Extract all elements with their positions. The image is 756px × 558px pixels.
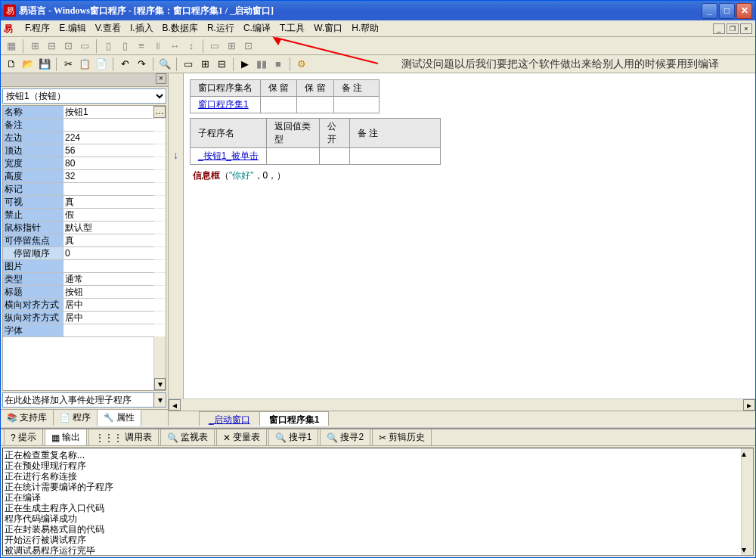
bottom-tab[interactable]: ✕变量表	[216, 429, 267, 446]
menu-insert[interactable]: I.插入	[125, 20, 158, 36]
redo-icon[interactable]: ↷	[134, 57, 149, 72]
maximize-button[interactable]: □	[719, 3, 735, 19]
property-row[interactable]: 可视真	[3, 196, 166, 209]
property-value[interactable]: 真	[64, 234, 166, 246]
paste-icon[interactable]: 📄	[94, 57, 109, 72]
ellipsis-button[interactable]: …	[153, 106, 166, 118]
property-value[interactable]: 80	[64, 157, 166, 169]
property-row[interactable]: 名称按钮1…	[3, 106, 166, 119]
property-row[interactable]: 可停留焦点真	[3, 234, 166, 247]
minimize-button[interactable]: _	[702, 3, 717, 19]
property-row[interactable]: 标记	[3, 183, 166, 196]
code-line[interactable]: 信息框（"你好"，0，）	[190, 169, 749, 182]
bottom-tab[interactable]: ✂剪辑历史	[372, 429, 432, 446]
run-icon[interactable]: ▶	[237, 57, 253, 72]
form-icon[interactable]: ▭	[181, 57, 196, 72]
property-value[interactable]: 居中	[64, 299, 166, 311]
tb-icon[interactable]: ▯	[117, 39, 132, 54]
tb-align-left-icon[interactable]: ▦	[4, 39, 19, 54]
property-value[interactable]: 按钮	[64, 286, 166, 298]
menu-tools[interactable]: T.工具	[275, 20, 309, 36]
new-icon[interactable]: 🗋	[4, 57, 19, 72]
property-row[interactable]: 横向对齐方式居中	[3, 299, 166, 312]
menu-database[interactable]: B.数据库	[158, 20, 203, 36]
event-selector[interactable]: 在此处选择加入事件处理子程序 ▾	[2, 392, 166, 408]
property-row[interactable]: 高度32	[3, 170, 166, 183]
bottom-tab[interactable]: 🔍监视表	[160, 429, 215, 446]
tool-icon[interactable]: ⚙	[294, 57, 309, 72]
object-selector[interactable]: 按钮1（按钮）	[2, 88, 166, 104]
tb-icon[interactable]: ↕	[184, 39, 199, 54]
close-button[interactable]: ✕	[736, 3, 752, 19]
scroll-up-button[interactable]: ▴	[742, 448, 753, 459]
stop-icon[interactable]: ■	[271, 57, 286, 72]
property-value[interactable]: 224	[64, 132, 166, 144]
property-row[interactable]: 备注	[3, 119, 166, 132]
tb-icon[interactable]: ▭	[77, 39, 92, 54]
tb-icon[interactable]: ⊟	[44, 39, 59, 54]
menu-window[interactable]: W.窗口	[309, 20, 347, 36]
property-value[interactable]: 默认型	[64, 222, 166, 234]
property-row[interactable]: 宽度80	[3, 157, 166, 170]
pause-icon[interactable]: ▮▮	[254, 57, 269, 72]
code-tab[interactable]: 窗口程序集1	[259, 411, 330, 426]
bottom-tab[interactable]: ⋮⋮⋮调用表	[88, 429, 159, 446]
property-value[interactable]: 假	[64, 209, 166, 221]
scroll-down-button[interactable]: ▾	[154, 378, 166, 390]
property-value[interactable]: 通常	[64, 273, 166, 285]
menu-program[interactable]: F.程序	[20, 20, 54, 36]
tb-icon[interactable]: ▭	[207, 39, 222, 54]
property-value[interactable]: 居中	[64, 312, 166, 324]
property-row[interactable]: 禁止假	[3, 209, 166, 222]
cut-icon[interactable]: ✂	[60, 57, 76, 72]
layout2-icon[interactable]: ⊟	[214, 57, 229, 72]
property-value[interactable]	[64, 260, 166, 272]
menu-compile[interactable]: C.编译	[239, 20, 275, 36]
bottom-tab[interactable]: ?提示	[4, 429, 43, 446]
menu-help[interactable]: H.帮助	[347, 20, 383, 36]
tb-icon[interactable]: ⊞	[224, 39, 239, 54]
tb-icon[interactable]: ⊡	[240, 39, 256, 54]
layout1-icon[interactable]: ⊞	[197, 57, 212, 72]
undo-icon[interactable]: ↶	[117, 57, 132, 72]
bottom-tab[interactable]: 🔍搜寻1	[268, 429, 319, 446]
property-value[interactable]: 按钮1…	[64, 106, 166, 118]
open-icon[interactable]: 📂	[20, 57, 36, 72]
tb-icon[interactable]: ≡	[134, 39, 149, 54]
dropdown-icon[interactable]: ▾	[153, 393, 166, 407]
property-value[interactable]: 32	[64, 170, 166, 182]
tb-icon[interactable]: ⫴	[150, 39, 166, 54]
property-row[interactable]: 字体	[3, 324, 166, 337]
mdi-close[interactable]: ×	[740, 23, 752, 34]
scroll-right-button[interactable]: ▸	[743, 399, 755, 411]
horizontal-scrollbar[interactable]: ◂ ▸	[169, 398, 755, 411]
property-value[interactable]: 真	[64, 196, 166, 208]
property-row[interactable]: 纵向对齐方式居中	[3, 312, 166, 324]
scroll-down-button[interactable]: ▾	[742, 544, 753, 555]
tb-icon[interactable]: ⊞	[27, 39, 42, 54]
left-tab[interactable]: 📄程序	[54, 410, 98, 426]
output-area[interactable]: ▴ ▾ 正在检查重复名称...正在预处理现行程序正在进行名称连接正在统计需要编译…	[2, 448, 754, 556]
tb-icon[interactable]: ↔	[167, 39, 182, 54]
mdi-restore[interactable]: ❐	[727, 23, 739, 34]
property-row[interactable]: 标题按钮	[3, 286, 166, 299]
left-tab[interactable]: 🔧属性	[98, 410, 141, 426]
panel-close-button[interactable]: ×	[156, 73, 166, 84]
property-value[interactable]	[64, 119, 166, 131]
scroll-left-button[interactable]: ◂	[169, 399, 181, 411]
menu-view[interactable]: V.查看	[91, 20, 125, 36]
bottom-tab[interactable]: ▦输出	[45, 429, 87, 446]
left-tab[interactable]: 📚支持库	[1, 410, 54, 426]
property-value[interactable]	[64, 324, 166, 336]
tb-icon[interactable]: ⊡	[60, 39, 76, 54]
property-row[interactable]: 顶边56	[3, 144, 166, 157]
tb-icon[interactable]: ▯	[101, 39, 116, 54]
menu-edit[interactable]: E.编辑	[54, 20, 90, 36]
code-tab[interactable]: _启动窗口	[199, 411, 260, 426]
menu-run[interactable]: R.运行	[203, 20, 239, 36]
save-icon[interactable]: 💾	[37, 57, 52, 72]
find-icon[interactable]: 🔍	[157, 57, 172, 72]
bottom-tab[interactable]: 🔍搜寻2	[320, 429, 370, 446]
property-row[interactable]: 图片	[3, 260, 166, 273]
subroutine-link[interactable]: _按钮1_被单击	[191, 148, 267, 165]
